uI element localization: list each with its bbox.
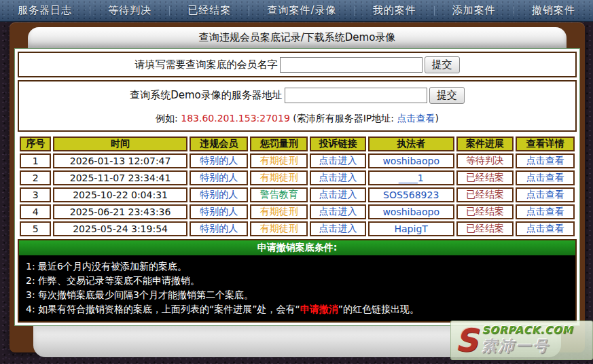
header-penalty: 惩罚量刑	[250, 136, 308, 151]
complaint-link[interactable]: 点击进入	[310, 153, 366, 168]
detail-link[interactable]: 点击查看	[516, 187, 575, 202]
revoke-section: 申请撤销案底条件: 1: 最近6个月内没有被添加新的案底。 2: 作弊、交易记录…	[18, 239, 577, 323]
header-status: 案件进展	[456, 136, 514, 151]
complaint-link[interactable]: 点击进入	[310, 187, 366, 202]
header-enforcer: 执法者	[368, 136, 454, 151]
case-time: 2025-06-21 23:43:36	[53, 204, 187, 219]
page-title: 查询违规会员案底记录/下载系统Demo录像	[28, 27, 567, 48]
detail-link[interactable]: 点击查看	[516, 204, 575, 219]
nav-server-logs[interactable]: 服务器日志	[18, 4, 72, 17]
penalty-label: 有期徒刑	[250, 153, 308, 168]
nav-separator	[169, 6, 170, 16]
case-no: 3	[20, 187, 51, 202]
member-link[interactable]: 特别的人	[190, 153, 249, 168]
enforcer-link[interactable]: ____1	[368, 170, 454, 185]
cases-table: 序号 时间 违规会员 惩罚量刑 投诉链接 执法者 案件进展 查看详情 1 202…	[18, 134, 577, 238]
condition4-suffix: ”的红色链接出现。	[338, 304, 419, 314]
demo-query-label: 查询系统Demo录像的服务器地址	[130, 89, 283, 102]
revoke-conditions-list: 1: 最近6个月内没有被添加新的案底。 2: 作弊、交易记录等案底不能申请撤销。…	[19, 255, 575, 321]
condition-line: 2: 作弊、交易记录等案底不能申请撤销。	[26, 274, 569, 288]
member-query-form: 请填写需要查询案底的会员名字 提交	[18, 52, 577, 77]
member-link[interactable]: 特别的人	[190, 170, 249, 185]
table-row: 3 2025-10-22 0:04:31 特别的人 警告教育 点击进入 SOS5…	[20, 187, 575, 202]
status-label: 已经结案	[456, 204, 514, 219]
detail-link[interactable]: 点击查看	[516, 153, 575, 168]
case-time: 2026-01-13 12:07:47	[53, 153, 187, 168]
nav-query-cases-demos[interactable]: 查询案件/录像	[267, 4, 336, 17]
nav-add-case[interactable]: 添加案件	[452, 4, 496, 17]
case-time: 2025-05-24 3:19:54	[53, 221, 187, 236]
case-time: 2025-10-22 0:04:31	[53, 187, 187, 202]
header-member: 违规会员	[190, 136, 249, 151]
nav-separator	[434, 6, 435, 16]
header-no: 序号	[20, 136, 51, 151]
example-ip-address: 183.60.201.153:27019	[181, 113, 290, 124]
view-all-servers-link[interactable]: 点击查看	[397, 113, 435, 124]
watermark-text: SORPACK.COM 索沛一号	[482, 324, 573, 357]
nav-closed-cases[interactable]: 已经结案	[187, 4, 231, 17]
table-row: 1 2026-01-13 12:07:47 特别的人 有期徒刑 点击进入 wos…	[20, 153, 575, 168]
penalty-label: 警告教育	[250, 187, 308, 202]
watermark-brand: SORPACK.COM	[482, 324, 573, 336]
condition4-prefix: 4: 如果有符合撤销资格的案底，上面列表的“案件进展”处，会有“	[26, 304, 300, 314]
status-label: 已经结案	[456, 221, 514, 236]
nav-separator	[249, 6, 249, 16]
member-link[interactable]: 特别的人	[190, 204, 249, 219]
nav-my-cases[interactable]: 我的案件	[373, 4, 416, 17]
enforcer-link[interactable]: woshibaopo	[368, 204, 454, 219]
case-no: 4	[20, 204, 51, 219]
table-row: 5 2025-05-24 3:19:54 特别的人 有期徒刑 点击进入 Hapi…	[20, 221, 575, 236]
table-row: 4 2025-06-21 23:43:36 特别的人 有期徒刑 点击进入 wos…	[20, 204, 575, 219]
enforcer-link[interactable]: woshibaopo	[368, 153, 454, 168]
content-area: 请填写需要查询案底的会员名字 提交 查询系统Demo录像的服务器地址 提交 例如…	[14, 48, 580, 326]
member-query-label: 请填写需要查询案底的会员名字	[135, 58, 278, 71]
case-time: 2025-11-07 23:34:41	[53, 170, 187, 185]
example-line: 例如: 183.60.201.153:27019 (索沛所有服务器IP地址: 点…	[19, 109, 575, 130]
demo-query-submit-button[interactable]: 提交	[429, 87, 465, 104]
complaint-link[interactable]: 点击进入	[310, 221, 366, 236]
condition-line: 4: 如果有符合撤销资格的案底，上面列表的“案件进展”处，会有“申请撤消”的红色…	[26, 302, 569, 316]
complaint-link[interactable]: 点击进入	[310, 204, 366, 219]
penalty-label: 有期徒刑	[250, 204, 308, 219]
header-time: 时间	[53, 136, 187, 151]
revoke-conditions-title: 申请撤销案底条件:	[19, 240, 575, 255]
member-name-input[interactable]	[280, 57, 423, 73]
case-no: 5	[20, 221, 51, 236]
example-suffix: )	[435, 113, 438, 124]
header-complaint: 投诉链接	[310, 136, 366, 151]
detail-link[interactable]: 点击查看	[516, 170, 575, 185]
enforcer-link[interactable]: SOS568923	[368, 187, 454, 202]
member-link[interactable]: 特别的人	[190, 187, 249, 202]
penalty-label: 有期徒刑	[250, 170, 308, 185]
member-query-submit-button[interactable]: 提交	[425, 56, 460, 73]
condition-line: 1: 最近6个月内没有被添加新的案底。	[26, 259, 569, 274]
sorpack-watermark: S SORPACK.COM 索沛一号	[450, 321, 593, 360]
demo-query-row: 查询系统Demo录像的服务器地址 提交	[19, 81, 575, 109]
watermark-cn-name: 索沛一号	[482, 336, 550, 357]
status-label: 已经结案	[456, 187, 514, 202]
penalty-label: 有期徒刑	[250, 221, 308, 236]
enforcer-link[interactable]: HapigT	[368, 221, 454, 236]
status-label: 已经结案	[456, 170, 514, 185]
nav-pending-verdict[interactable]: 等待判决	[108, 4, 151, 17]
case-no: 1	[20, 153, 51, 168]
example-prefix: 例如:	[156, 113, 181, 124]
nav-separator	[355, 6, 355, 16]
example-mid: (索沛所有服务器IP地址:	[290, 113, 397, 124]
detail-link[interactable]: 点击查看	[516, 221, 575, 236]
server-address-input[interactable]	[285, 88, 427, 103]
header-detail: 查看详情	[516, 136, 575, 151]
demo-query-form: 查询系统Demo录像的服务器地址 提交 例如: 183.60.201.153:2…	[18, 80, 577, 132]
nav-revoke-case[interactable]: 撤销案件	[532, 4, 575, 17]
complaint-link[interactable]: 点击进入	[310, 170, 366, 185]
member-link[interactable]: 特别的人	[190, 221, 249, 236]
nav-separator	[90, 6, 90, 16]
condition-line: 3: 每次撤销案底最少间隔3个月才能撤销第二个案底。	[26, 288, 569, 302]
main-frame: 查询违规会员案底记录/下载系统Demo录像 请填写需要查询案底的会员名字 提交 …	[10, 22, 585, 352]
case-no: 2	[20, 170, 51, 185]
sorpack-s-logo-icon: S	[455, 325, 478, 356]
table-header-row: 序号 时间 违规会员 惩罚量刑 投诉链接 执法者 案件进展 查看详情	[20, 136, 575, 151]
nav-separator	[514, 6, 514, 16]
status-label: 等待判决	[456, 153, 514, 168]
condition4-highlight: 申请撤消	[300, 304, 338, 314]
